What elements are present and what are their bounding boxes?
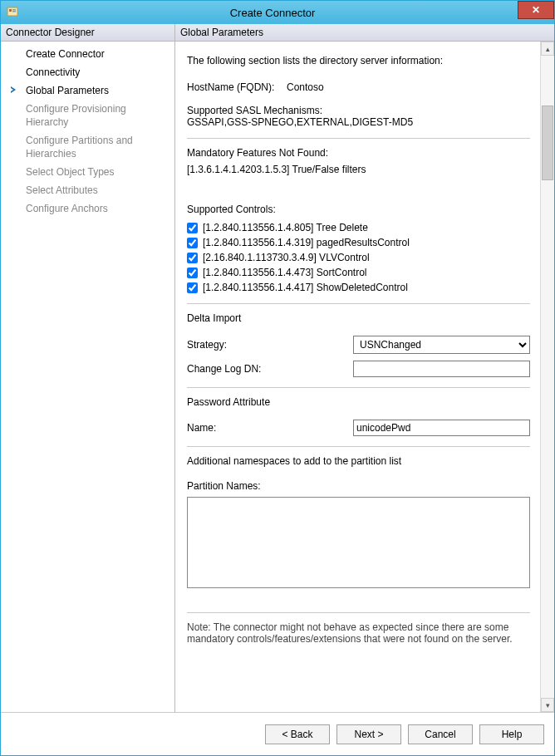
nav-item-object-types: Select Object Types (9, 163, 174, 181)
nav-header: Connector Designer (1, 24, 174, 42)
hostname-value: Contoso (287, 81, 324, 93)
mandatory-label: Mandatory Features Not Found: (187, 147, 530, 159)
nav-item-label: Create Connector (26, 48, 105, 60)
control-vlv[interactable]: [2.16.840.1.113730.3.4.9] VLVControl (187, 252, 530, 263)
separator (187, 446, 530, 447)
window-title: Create Connector (24, 7, 554, 19)
scroll-down-button[interactable]: ▾ (541, 698, 554, 712)
nav-item-label: Select Object Types (26, 166, 115, 178)
svg-rect-2 (12, 9, 16, 11)
close-button[interactable]: ✕ (518, 1, 554, 19)
control-show-deleted[interactable]: [1.2.840.113556.1.4.417] ShowDeletedCont… (187, 282, 530, 293)
nav-items: Create Connector Connectivity Global Par… (1, 42, 174, 221)
nav-item-select-attributes: Select Attributes (9, 181, 174, 199)
nav-item-label: Configure Anchors (26, 203, 108, 214)
control-label: [1.2.840.113556.1.4.319] pagedResultsCon… (203, 237, 410, 248)
nav-item-label: Configure Partitions and Hierarchies (26, 135, 133, 160)
chevron-up-icon: ▴ (546, 45, 550, 53)
control-checkbox[interactable] (187, 282, 198, 293)
control-checkbox[interactable] (187, 253, 198, 263)
footer: < Back Next > Cancel Help (1, 712, 554, 755)
control-label: [1.2.840.113556.1.4.805] Tree Delete (203, 222, 368, 233)
app-icon (6, 6, 19, 19)
titlebar: Create Connector ✕ (1, 1, 554, 24)
nav-panel: Connector Designer Create Connector Conn… (1, 24, 175, 712)
pwd-name-row: Name: (187, 420, 530, 436)
changelog-input[interactable] (353, 361, 530, 377)
nav-item-global-parameters[interactable]: Global Parameters (9, 81, 174, 100)
separator (187, 303, 530, 304)
svg-rect-1 (9, 9, 12, 12)
partition-names-input[interactable] (187, 497, 530, 588)
body: Connector Designer Create Connector Conn… (1, 24, 554, 712)
pwd-name-label: Name: (187, 422, 353, 434)
sasl-label: Supported SASL Mechanisms: (187, 105, 530, 116)
control-sort[interactable]: [1.2.840.113556.1.4.473] SortControl (187, 267, 530, 278)
control-paged-results[interactable]: [1.2.840.113556.1.4.319] pagedResultsCon… (187, 237, 530, 248)
strategy-label: Strategy: (187, 339, 353, 351)
control-label: [1.2.840.113556.1.4.417] ShowDeletedCont… (203, 282, 408, 293)
next-button[interactable]: Next > (336, 724, 401, 744)
control-tree-delete[interactable]: [1.2.840.113556.1.4.805] Tree Delete (187, 222, 530, 233)
changelog-row: Change Log DN: (187, 361, 530, 377)
content-wrap: The following section lists the director… (175, 42, 554, 712)
window: Create Connector ✕ Connector Designer Cr… (0, 0, 555, 756)
scroll-track[interactable] (541, 56, 554, 698)
hostname-label: HostName (FQDN): (187, 81, 287, 93)
nav-item-connectivity[interactable]: Connectivity (9, 63, 174, 81)
control-label: [2.16.840.1.113730.3.4.9] VLVControl (203, 252, 370, 263)
nav-item-label: Global Parameters (26, 85, 109, 96)
ns-intro: Additional namespaces to add to the part… (187, 455, 530, 467)
svg-rect-3 (12, 11, 16, 12)
note-text: Note: The connector might not behave as … (187, 621, 530, 645)
scroll-thumb[interactable] (542, 106, 553, 180)
sasl-value: GSSAPI,GSS-SPNEGO,EXTERNAL,DIGEST-MD5 (187, 116, 530, 128)
nav-item-label: Configure Provisioning Hierarchy (26, 103, 126, 128)
control-checkbox[interactable] (187, 268, 198, 278)
scroll-up-button[interactable]: ▴ (541, 42, 554, 56)
main-header: Global Parameters (175, 24, 554, 42)
control-checkbox[interactable] (187, 223, 198, 233)
intro-text: The following section lists the director… (187, 55, 530, 66)
controls-list: [1.2.840.113556.1.4.805] Tree Delete [1.… (187, 222, 530, 293)
pwd-name-input[interactable] (353, 420, 530, 436)
pwd-header: Password Attribute (187, 396, 530, 408)
nav-item-label: Connectivity (26, 66, 80, 78)
separator (187, 138, 530, 139)
close-icon: ✕ (532, 4, 540, 16)
partition-label: Partition Names: (187, 480, 530, 492)
strategy-select[interactable]: USNChanged (353, 336, 530, 354)
control-checkbox[interactable] (187, 238, 198, 248)
changelog-label: Change Log DN: (187, 363, 353, 375)
delta-header: Delta Import (187, 312, 530, 324)
nav-item-label: Select Attributes (26, 184, 98, 196)
controls-label: Supported Controls: (187, 204, 530, 215)
mandatory-value: [1.3.6.1.4.1.4203.1.5.3] True/False filt… (187, 164, 530, 175)
back-button[interactable]: < Back (265, 724, 330, 744)
scrollbar[interactable]: ▴ ▾ (540, 42, 554, 712)
strategy-row: Strategy: USNChanged (187, 336, 530, 354)
nav-item-partitions-hierarchies: Configure Partitions and Hierarchies (9, 131, 174, 163)
nav-item-provisioning-hierarchy: Configure Provisioning Hierarchy (9, 100, 174, 131)
separator (187, 387, 530, 388)
hostname-row: HostName (FQDN): Contoso (187, 81, 530, 93)
nav-item-configure-anchors: Configure Anchors (9, 199, 174, 218)
main-panel: Global Parameters The following section … (175, 24, 554, 712)
cancel-button[interactable]: Cancel (408, 724, 473, 744)
control-label: [1.2.840.113556.1.4.473] SortControl (203, 267, 366, 278)
content: The following section lists the director… (175, 42, 540, 712)
chevron-down-icon: ▾ (546, 701, 550, 709)
help-button[interactable]: Help (479, 724, 544, 744)
separator (187, 612, 530, 613)
nav-item-create-connector[interactable]: Create Connector (9, 45, 174, 63)
